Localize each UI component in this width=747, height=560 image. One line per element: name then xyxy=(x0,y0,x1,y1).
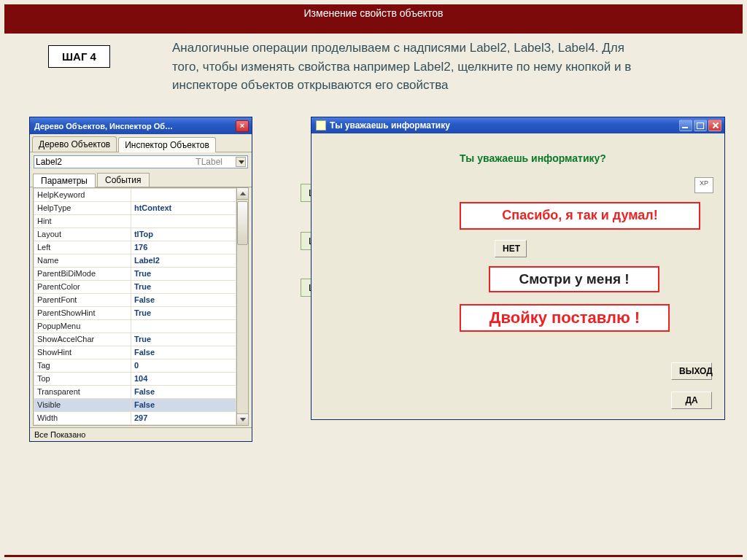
label4-two[interactable]: Двойку поставлю ! xyxy=(460,304,670,332)
property-row[interactable]: ParentShowHintTrue xyxy=(34,306,236,319)
property-value[interactable]: htContext xyxy=(131,201,236,214)
scrollbar[interactable] xyxy=(237,187,249,426)
property-row[interactable]: Left176 xyxy=(34,241,236,254)
property-value[interactable]: 104 xyxy=(131,372,236,385)
page-title: Изменение свойств объектов xyxy=(4,4,743,34)
no-button[interactable]: НЕТ xyxy=(495,240,527,257)
property-value[interactable]: True xyxy=(131,280,236,293)
property-value[interactable]: 176 xyxy=(131,241,236,254)
property-name: ShowAccelChar xyxy=(34,332,131,346)
maximize-icon[interactable] xyxy=(694,120,707,131)
intro-text: Аналогичные операции проделываем с надпи… xyxy=(172,39,654,95)
question-label[interactable]: Ты уважаешь информатику? xyxy=(460,152,606,164)
form-canvas[interactable]: Ты уважаешь информатику? XP Спасибо, я т… xyxy=(314,135,722,417)
property-name: Layout xyxy=(34,228,131,241)
close-icon[interactable] xyxy=(708,120,721,131)
property-row[interactable]: ParentColorTrue xyxy=(34,280,236,293)
chevron-down-icon[interactable] xyxy=(236,157,246,167)
property-row[interactable]: ShowHintFalse xyxy=(34,346,236,359)
scroll-up-icon[interactable] xyxy=(237,188,248,200)
property-value[interactable]: Label2 xyxy=(131,254,236,267)
app-icon xyxy=(316,120,326,131)
tab-events[interactable]: События xyxy=(97,173,150,187)
property-row[interactable]: HelpKeyword xyxy=(34,188,236,201)
label2-thanks[interactable]: Спасибо, я так и думал! xyxy=(460,202,700,230)
inspector-status: Все Показано xyxy=(30,427,252,441)
property-row[interactable]: Top104 xyxy=(34,372,236,385)
property-value[interactable]: 297 xyxy=(131,411,236,424)
property-row[interactable]: Width297 xyxy=(34,411,236,424)
property-value[interactable]: 0 xyxy=(131,359,236,372)
tab-parameters[interactable]: Параметры xyxy=(33,174,96,187)
property-value[interactable]: False xyxy=(131,346,236,359)
step-badge: ШАГ 4 xyxy=(48,45,110,68)
property-row[interactable]: LayouttlTop xyxy=(34,228,236,241)
exit-button[interactable]: ВЫХОД xyxy=(671,362,712,380)
property-row[interactable]: Tag0 xyxy=(34,359,236,372)
property-grid[interactable]: HelpKeywordHelpTypehtContextHintLayouttl… xyxy=(33,187,237,426)
form-designer-window: Ты уважаешь информатику Ты уважаешь инфо… xyxy=(311,117,725,420)
property-row[interactable]: ParentFontFalse xyxy=(34,293,236,306)
property-row[interactable]: PopupMenu xyxy=(34,319,236,332)
property-row[interactable]: Hint xyxy=(34,214,236,228)
property-value[interactable]: True xyxy=(131,306,236,319)
property-value[interactable] xyxy=(131,188,236,201)
property-name: PopupMenu xyxy=(34,319,131,332)
property-value[interactable]: False xyxy=(131,385,236,398)
property-value[interactable]: False xyxy=(131,398,236,411)
property-name: ShowHint xyxy=(34,346,131,359)
minimize-icon[interactable] xyxy=(679,120,692,131)
object-name: Label2 xyxy=(36,157,196,167)
property-value[interactable]: False xyxy=(131,293,236,306)
property-value[interactable]: True xyxy=(131,332,236,346)
property-name: Top xyxy=(34,372,131,385)
footer-border xyxy=(4,555,743,557)
property-value[interactable]: True xyxy=(131,267,236,280)
property-name: Left xyxy=(34,241,131,254)
property-row[interactable]: ShowAccelCharTrue xyxy=(34,332,236,346)
property-name: ParentColor xyxy=(34,280,131,293)
object-type: TLabel xyxy=(196,157,222,167)
property-name: ParentShowHint xyxy=(34,306,131,319)
inspector-window: Дерево Объектов, Инспектор Об… × Дерево … xyxy=(29,117,252,442)
property-row[interactable]: TransparentFalse xyxy=(34,385,236,398)
property-name: Name xyxy=(34,254,131,267)
property-row[interactable]: ParentBiDiModeTrue xyxy=(34,267,236,280)
property-name: Hint xyxy=(34,214,131,228)
property-name: ParentFont xyxy=(34,293,131,306)
xp-panel[interactable]: XP xyxy=(694,177,713,193)
property-name: HelpKeyword xyxy=(34,188,131,201)
object-dropdown[interactable]: Label2 TLabel xyxy=(34,155,248,168)
da-button[interactable]: ДА xyxy=(671,392,712,409)
property-value[interactable]: tlTop xyxy=(131,228,236,241)
close-icon[interactable]: × xyxy=(236,120,249,132)
property-row[interactable]: VisibleFalse xyxy=(34,398,236,411)
tab-object-inspector[interactable]: Инспектор Объектов xyxy=(118,137,216,152)
scroll-down-icon[interactable] xyxy=(237,413,248,425)
form-titlebar[interactable]: Ты уважаешь информатику xyxy=(311,117,724,133)
property-value[interactable] xyxy=(131,214,236,228)
property-row[interactable]: HelpTypehtContext xyxy=(34,201,236,214)
property-name: Width xyxy=(34,411,131,424)
inspector-titlebar[interactable]: Дерево Объектов, Инспектор Об… × xyxy=(30,117,252,134)
property-row[interactable]: NameLabel2 xyxy=(34,254,236,267)
scroll-thumb[interactable] xyxy=(237,201,248,245)
form-title: Ты уважаешь информатику xyxy=(330,120,678,131)
property-name: Transparent xyxy=(34,385,131,398)
property-name: ParentBiDiMode xyxy=(34,267,131,280)
property-value[interactable] xyxy=(131,319,236,332)
tab-object-tree[interactable]: Дерево Объектов xyxy=(32,136,117,152)
property-name: Tag xyxy=(34,359,131,372)
inspector-title: Дерево Объектов, Инспектор Об… xyxy=(34,122,234,131)
property-name: HelpType xyxy=(34,201,131,214)
property-name: Visible xyxy=(34,398,131,411)
label3-watch[interactable]: Смотри у меня ! xyxy=(489,266,659,292)
